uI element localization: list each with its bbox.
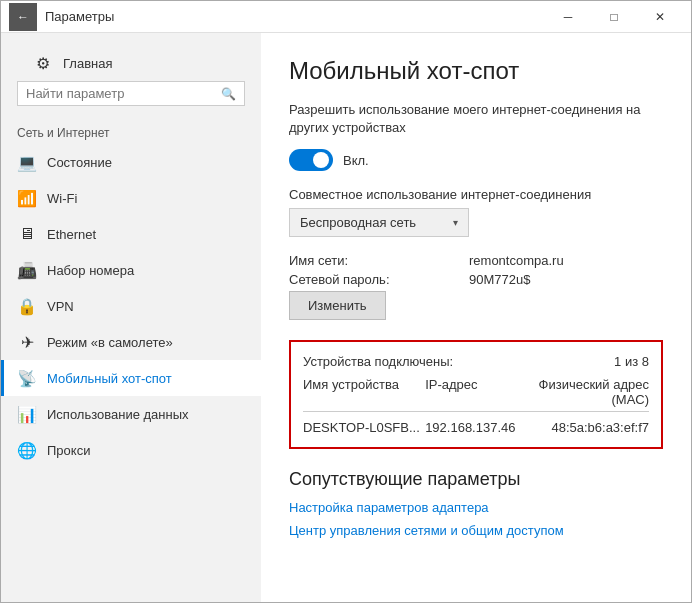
sidebar-item-airplane[interactable]: ✈ Режим «в самолете» — [1, 324, 261, 360]
sidebar-item-wifi[interactable]: 📶 Wi-Fi — [1, 180, 261, 216]
sidebar-item-hotspot[interactable]: 📡 Мобильный хот-спот — [1, 360, 261, 396]
main-layout: ⚙ Главная 🔍 Сеть и Интернет 💻 Состояние … — [1, 33, 691, 602]
page-title: Мобильный хот-спот — [289, 57, 663, 85]
network-name-row: Имя сети: remontcompa.ru — [289, 253, 663, 268]
sidebar-item-dialup[interactable]: 📠 Набор номера — [1, 252, 261, 288]
nav-label-datausage: Использование данных — [47, 407, 189, 422]
back-button[interactable]: ← — [9, 3, 37, 31]
devices-connected-value: 1 из 8 — [614, 354, 649, 369]
hotspot-toggle[interactable] — [289, 149, 333, 171]
airplane-icon: ✈ — [17, 332, 37, 352]
nav-label-wifi: Wi-Fi — [47, 191, 77, 206]
dialup-icon: 📠 — [17, 260, 37, 280]
related-link-0[interactable]: Настройка параметров адаптера — [289, 500, 663, 515]
col-device-header: Имя устройства — [303, 377, 425, 407]
close-icon: ✕ — [655, 10, 665, 24]
minimize-icon: ─ — [564, 10, 573, 24]
proxy-icon: 🌐 — [17, 440, 37, 460]
sidebar-item-home[interactable]: ⚙ Главная — [17, 45, 245, 81]
devices-box: Устройства подключены: 1 из 8 Имя устрой… — [289, 340, 663, 449]
close-button[interactable]: ✕ — [637, 1, 683, 33]
sharing-label: Совместное использование интернет-соедин… — [289, 187, 663, 202]
device-ip: 192.168.137.46 — [425, 420, 527, 435]
section-label: Сеть и Интернет — [1, 114, 261, 144]
sharing-dropdown[interactable]: Беспроводная сеть ▾ — [289, 208, 469, 237]
back-icon: ← — [17, 10, 29, 24]
sidebar-item-status[interactable]: 💻 Состояние — [1, 144, 261, 180]
toggle-label: Вкл. — [343, 153, 369, 168]
home-icon: ⚙ — [33, 53, 53, 73]
change-button[interactable]: Изменить — [289, 291, 386, 320]
network-pass-row: Сетевой пароль: 90M772u$ — [289, 272, 663, 287]
devices-connected-label: Устройства подключены: — [303, 354, 614, 369]
related-title: Сопутствующие параметры — [289, 469, 663, 490]
toggle-thumb — [313, 152, 329, 168]
status-icon: 💻 — [17, 152, 37, 172]
home-label: Главная — [63, 56, 112, 71]
maximize-icon: □ — [610, 10, 617, 24]
network-pass-label: Сетевой пароль: — [289, 272, 409, 287]
col-ip-header: IP-адрес — [425, 377, 527, 407]
minimize-button[interactable]: ─ — [545, 1, 591, 33]
titlebar: ← Параметры ─ □ ✕ — [1, 1, 691, 33]
network-name-value: remontcompa.ru — [469, 253, 564, 268]
search-box[interactable]: 🔍 — [17, 81, 245, 106]
device-mac: 48:5a:b6:a3:ef:f7 — [527, 420, 649, 435]
devices-columns: Имя устройства IP-адрес Физический адрес… — [303, 377, 649, 412]
maximize-button[interactable]: □ — [591, 1, 637, 33]
app-window: ← Параметры ─ □ ✕ ⚙ Главная — [0, 0, 692, 603]
nav-label-ethernet: Ethernet — [47, 227, 96, 242]
wifi-icon: 📶 — [17, 188, 37, 208]
nav-label-airplane: Режим «в самолете» — [47, 335, 173, 350]
toggle-description: Разрешить использование моего интернет-с… — [289, 101, 663, 137]
nav-label-dialup: Набор номера — [47, 263, 134, 278]
vpn-icon: 🔒 — [17, 296, 37, 316]
content-area: Мобильный хот-спот Разрешить использован… — [261, 33, 691, 602]
search-icon: 🔍 — [221, 87, 236, 101]
sidebar-header: ⚙ Главная 🔍 — [1, 33, 261, 114]
sidebar: ⚙ Главная 🔍 Сеть и Интернет 💻 Состояние … — [1, 33, 261, 602]
devices-connected-row: Устройства подключены: 1 из 8 — [303, 354, 649, 369]
titlebar-controls: ─ □ ✕ — [545, 1, 683, 33]
table-row: DESKTOP-L0SFB... 192.168.137.46 48:5a:b6… — [303, 420, 649, 435]
nav-label-status: Состояние — [47, 155, 112, 170]
network-name-label: Имя сети: — [289, 253, 409, 268]
sidebar-item-vpn[interactable]: 🔒 VPN — [1, 288, 261, 324]
sidebar-item-datausage[interactable]: 📊 Использование данных — [1, 396, 261, 432]
chevron-down-icon: ▾ — [453, 217, 458, 228]
network-pass-value: 90M772u$ — [469, 272, 530, 287]
hotspot-icon: 📡 — [17, 368, 37, 388]
nav-label-vpn: VPN — [47, 299, 74, 314]
related-link-1[interactable]: Центр управления сетями и общим доступом — [289, 523, 663, 538]
ethernet-icon: 🖥 — [17, 224, 37, 244]
nav-label-proxy: Прокси — [47, 443, 90, 458]
sidebar-item-proxy[interactable]: 🌐 Прокси — [1, 432, 261, 468]
sidebar-item-ethernet[interactable]: 🖥 Ethernet — [1, 216, 261, 252]
dropdown-text: Беспроводная сеть — [300, 215, 453, 230]
datausage-icon: 📊 — [17, 404, 37, 424]
col-mac-header: Физический адрес (MAC) — [527, 377, 649, 407]
device-name: DESKTOP-L0SFB... — [303, 420, 425, 435]
search-input[interactable] — [26, 86, 221, 101]
window-title: Параметры — [45, 9, 114, 24]
titlebar-left: ← Параметры — [9, 3, 114, 31]
nav-label-hotspot: Мобильный хот-спот — [47, 371, 172, 386]
toggle-row: Вкл. — [289, 149, 663, 171]
